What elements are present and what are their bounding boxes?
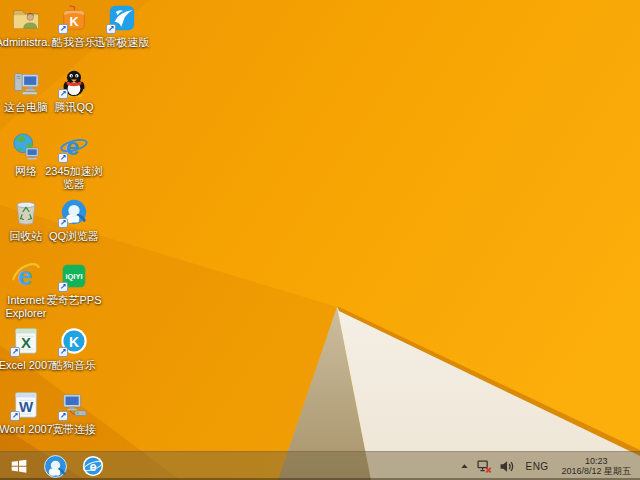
kuwo-glyph: K — [69, 15, 79, 29]
desktop-icon-label: 网络 — [15, 165, 37, 178]
shortcut-arrow-icon — [58, 153, 68, 163]
desktop-icon-label: 宽带连接 — [52, 423, 96, 436]
network-globe-icon — [11, 132, 41, 162]
desktop-icon-label: 酷我音乐 — [52, 36, 96, 49]
word-glyph: W — [19, 398, 34, 415]
desktop-icon-label: 这台电脑 — [4, 101, 48, 114]
shortcut-arrow-icon — [58, 89, 68, 99]
shortcut-arrow-icon — [58, 347, 68, 357]
desktop-icon-label: 迅雷极速版 — [95, 36, 150, 49]
desktop-icon-broadband[interactable]: 宽带连接 — [44, 390, 104, 436]
tray-show-hidden-button[interactable] — [458, 460, 471, 473]
shortcut-arrow-icon — [58, 411, 68, 421]
desktop-icon-qq-browser[interactable]: QQ浏览器 — [44, 197, 104, 243]
shortcut-arrow-icon — [106, 24, 116, 34]
internet-explorer-icon: e — [11, 261, 41, 291]
administrator-folder-icon — [11, 3, 41, 33]
qq-browser-icon — [43, 454, 68, 479]
desktop-icon-label: 酷狗音乐 — [52, 359, 96, 372]
windows-logo-icon — [10, 457, 28, 475]
tray-volume-button[interactable] — [498, 458, 515, 475]
taskbar-2345-browser-button[interactable]: e — [74, 452, 111, 480]
shortcut-arrow-icon — [58, 218, 68, 228]
desktop-icon-2345-browser[interactable]: e 2345加速浏览器 — [44, 132, 104, 191]
taskbar: e ENG — [0, 451, 640, 480]
tray-clock-button[interactable]: 10:23 2016/8/12 星期五 — [559, 456, 633, 477]
desktop-icon-label: 爱奇艺PPS — [46, 294, 101, 307]
tray-time: 10:23 — [585, 456, 608, 467]
this-pc-icon — [11, 68, 41, 98]
speaker-icon — [499, 459, 514, 474]
desktop-icon-tencent-qq[interactable]: 腾讯QQ — [44, 68, 104, 114]
taskbar-qq-browser-button[interactable] — [37, 452, 74, 480]
start-button[interactable] — [0, 452, 37, 480]
desktop-icon-label: QQ浏览器 — [49, 230, 99, 243]
excel-glyph: X — [21, 334, 31, 351]
system-tray: ENG 10:23 2016/8/12 星期五 — [458, 452, 640, 480]
desktop: Administra... K 酷我音乐 迅雷极速版 — [0, 0, 640, 480]
tray-date: 2016/8/12 星期五 — [561, 466, 631, 477]
e-browser-circle-icon: e — [81, 454, 105, 478]
desktop-icon-label: 腾讯QQ — [54, 101, 93, 114]
iqiyi-glyph: iQIYI — [65, 272, 82, 281]
tray-network-button[interactable] — [476, 458, 493, 475]
shortcut-arrow-icon — [58, 282, 68, 292]
e-glyph: e — [89, 459, 96, 474]
chevron-up-icon — [459, 461, 470, 472]
tray-language-button[interactable]: ENG — [520, 460, 555, 473]
desktop-icon-thunder[interactable]: 迅雷极速版 — [94, 3, 150, 49]
desktop-icon-label: 2345加速浏览器 — [44, 165, 104, 191]
desktop-icon-kugou-music[interactable]: K 酷狗音乐 — [44, 326, 104, 372]
network-disconnected-icon — [477, 459, 492, 474]
shortcut-arrow-icon — [10, 411, 20, 421]
shortcut-arrow-icon — [10, 347, 20, 357]
shortcut-arrow-icon — [58, 24, 68, 34]
recycle-bin-icon — [11, 197, 41, 227]
kugou-glyph: K — [69, 334, 80, 350]
desktop-icon-label: 回收站 — [10, 230, 43, 243]
desktop-icon-iqiyi-pps[interactable]: iQIYI 爱奇艺PPS — [44, 261, 104, 307]
